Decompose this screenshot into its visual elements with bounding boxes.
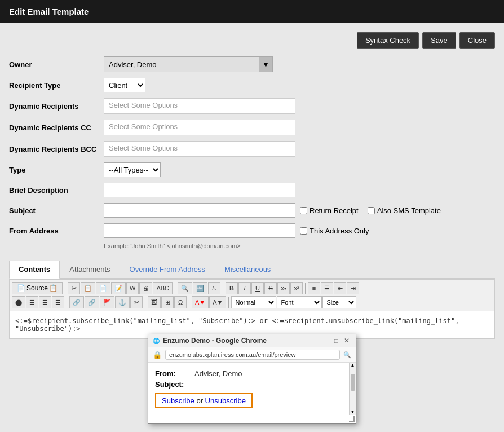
superscript-button[interactable]: x²	[290, 282, 303, 294]
replace-button[interactable]: 🔤	[193, 282, 207, 294]
save-button[interactable]: Save	[422, 32, 456, 49]
type-select[interactable]: --All Types-- Option 1	[104, 162, 161, 177]
dynamic-recipients-cc-placeholder: Select Some Options	[109, 122, 178, 131]
strikethrough-button[interactable]: S	[264, 282, 277, 294]
owner-label: Owner	[9, 60, 99, 69]
search-button[interactable]: 🔍	[178, 282, 192, 294]
italic-abbr-button[interactable]: Iₓ	[208, 282, 220, 294]
outdent-button[interactable]: ⇤	[334, 282, 346, 294]
unlink-button[interactable]: 🔗	[85, 296, 99, 308]
tab-miscellaneous[interactable]: Miscellaneous	[215, 261, 280, 278]
return-receipt-checkbox[interactable]	[300, 207, 307, 214]
scroll-track	[351, 368, 355, 409]
subscript-button[interactable]: x₂	[277, 282, 290, 294]
paste-button[interactable]: 📄	[96, 282, 110, 294]
this-address-only-checkbox[interactable]	[300, 227, 307, 235]
tab-override[interactable]: Override From Address	[120, 261, 215, 278]
browser-popup[interactable]: 🌐 Enzumo Demo - Google Chrome ─ □ ✕ 🔒	[148, 334, 356, 424]
underline-button[interactable]: U	[251, 282, 264, 294]
subscribe-box: Subscribe or Unsubscribe	[155, 393, 253, 408]
return-receipt-group[interactable]: Return Receipt	[300, 206, 359, 215]
scissors-button[interactable]: ✂	[130, 296, 143, 308]
dynamic-recipients-input[interactable]: Select Some Options	[104, 98, 295, 114]
scroll-up-button[interactable]: ▲	[350, 363, 356, 368]
return-receipt-label: Return Receipt	[310, 206, 359, 215]
brief-description-input[interactable]	[104, 183, 295, 197]
subscribe-link[interactable]: Subscribe	[162, 396, 194, 405]
ordered-list-button[interactable]: ≡	[308, 282, 320, 294]
scroll-down-button[interactable]: ▼	[350, 409, 356, 415]
editor-content: <:=$recipient.subscribe_link("mailing_li…	[15, 317, 459, 333]
editor-container: 📄 Source 📋 ✂ 📋 📄 📝 W 🖨 ABC 🔍	[9, 279, 495, 339]
cut-button[interactable]: ✂	[68, 282, 80, 294]
browser-scrollbar[interactable]: ▲ ▼	[349, 363, 356, 415]
unsubscribe-link[interactable]: Unsubscribe	[205, 396, 246, 405]
copy-button[interactable]: 📋	[81, 282, 95, 294]
size-select[interactable]: Size	[322, 296, 356, 308]
anchor-button[interactable]: ⚓	[115, 296, 130, 308]
image-button[interactable]: 🖼	[148, 296, 161, 308]
subscribe-content: Subscribe or Unsubscribe	[155, 393, 342, 408]
owner-arrow-icon[interactable]: ▼	[259, 57, 272, 72]
owner-dropdown[interactable]: Adviser, Demo ▼	[104, 56, 273, 72]
bold-button[interactable]: B	[226, 282, 238, 294]
syntax-check-button[interactable]: Syntax Check	[357, 32, 419, 49]
dynamic-recipients-bcc-row: Dynamic Recipients BCC Select Some Optio…	[9, 141, 495, 157]
align-justify-button[interactable]: ☰	[52, 296, 64, 308]
browser-title: Enzumo Demo - Google Chrome	[163, 337, 319, 345]
from-address-input[interactable]	[104, 223, 295, 238]
top-toolbar: Syntax Check Save Close	[9, 32, 495, 49]
or-text: or	[196, 396, 205, 405]
spellcheck-button[interactable]: ABC	[153, 282, 173, 294]
dynamic-recipients-bcc-label: Dynamic Recipients BCC	[9, 145, 99, 153]
unordered-list-button[interactable]: ☰	[321, 282, 333, 294]
font-select[interactable]: Font	[277, 296, 322, 308]
dynamic-recipients-row: Dynamic Recipients Select Some Options	[9, 98, 495, 114]
dynamic-recipients-bcc-input[interactable]: Select Some Options	[104, 141, 295, 157]
subject-row: Subject Return Receipt Also SMS Template	[9, 203, 495, 218]
title-bar: Edit Email Template	[0, 0, 504, 23]
print-button[interactable]: 🖨	[139, 282, 152, 294]
scroll-thumb[interactable]	[351, 374, 355, 391]
align-left-button[interactable]: ⬤	[12, 296, 25, 308]
indent-button[interactable]: ⇥	[347, 282, 359, 294]
flag-button[interactable]: 🚩	[100, 296, 114, 308]
recipient-type-label: Recipient Type	[9, 81, 99, 90]
browser-window-controls: ─ □ ✕	[322, 337, 351, 345]
dynamic-recipients-cc-input[interactable]: Select Some Options	[104, 120, 295, 135]
paste-text-button[interactable]: 📝	[111, 282, 126, 294]
recipient-type-select[interactable]: Client Adviser Other	[104, 78, 145, 92]
subject-field-row: Subject:	[155, 380, 342, 389]
recipient-type-row: Recipient Type Client Adviser Other	[9, 78, 495, 92]
table-button[interactable]: ⊞	[161, 296, 174, 308]
resize-area	[148, 415, 356, 423]
browser-url-input[interactable]: enzumolabs.xplan.iress.com.au/email/prev…	[165, 350, 340, 360]
resize-handle-icon[interactable]	[349, 416, 355, 422]
also-sms-group[interactable]: Also SMS Template	[368, 206, 441, 215]
this-address-only-group[interactable]: This Address Only	[300, 227, 369, 235]
text-color-button[interactable]: A▼	[192, 296, 209, 308]
bg-color-button[interactable]: A▼	[209, 296, 226, 308]
type-label: Type	[9, 166, 99, 174]
popup-close-button[interactable]: ✕	[342, 337, 351, 345]
paste-word-button[interactable]: W	[126, 282, 139, 294]
italic-button[interactable]: I	[238, 282, 251, 294]
separator-1	[65, 283, 65, 294]
link-button[interactable]: 🔗	[69, 296, 84, 308]
align-center-button[interactable]: ☰	[26, 296, 38, 308]
close-button[interactable]: Close	[459, 32, 495, 49]
subject-checkboxes: Return Receipt Also SMS Template	[300, 206, 441, 215]
also-sms-checkbox[interactable]	[368, 207, 375, 214]
toolbar-row-2: ⬤ ☰ ☰ ☰ 🔗 🔗 🚩 ⚓ ✂ 🖼 ⊞ Ω	[12, 296, 492, 308]
subject-input[interactable]	[104, 203, 295, 218]
maximize-button[interactable]: □	[333, 337, 340, 345]
special-char-button[interactable]: Ω	[174, 296, 187, 308]
tab-attachments[interactable]: Attachments	[60, 261, 120, 278]
tab-contents[interactable]: Contents	[9, 261, 60, 279]
align-right-button[interactable]: ☰	[39, 296, 51, 308]
minimize-button[interactable]: ─	[322, 337, 330, 345]
source-button[interactable]: 📄 Source 📋	[12, 282, 63, 294]
type-row: Type --All Types-- Option 1	[9, 162, 495, 177]
paragraph-style-select[interactable]: Normal	[231, 296, 276, 308]
zoom-icon[interactable]: 🔍	[343, 351, 351, 359]
